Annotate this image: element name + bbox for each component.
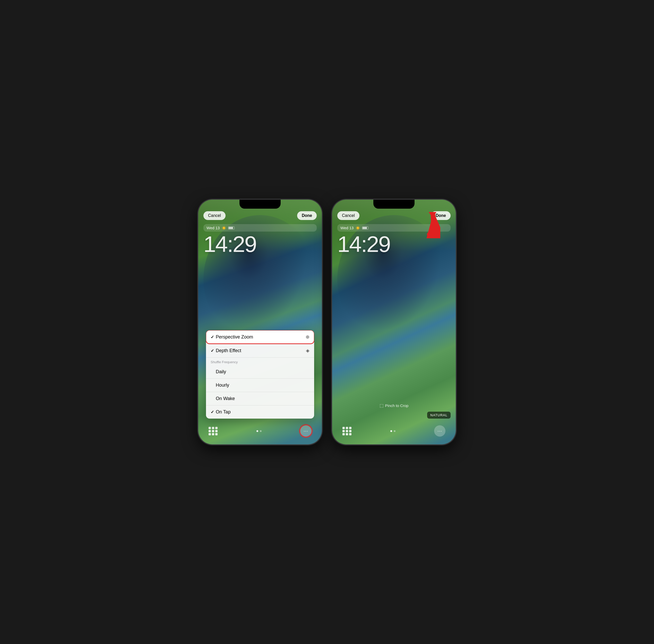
phone-2-screen: Cancel Done Wed 13 ☀️ 14:29 ⬚ Pinch to C… — [332, 200, 456, 444]
phone-1-screen: Cancel Done Wed 13 ☀️ 14:29 ✓ Perspect — [198, 200, 322, 444]
date-widget: Wed 13 ☀️ — [204, 224, 317, 232]
bottom-icons: ··· — [198, 425, 322, 437]
page-dot-3 — [390, 430, 392, 432]
phone-2: Cancel Done Wed 13 ☀️ 14:29 ⬚ Pinch to C… — [332, 200, 456, 444]
bottom-icons-2: ··· — [332, 425, 456, 437]
battery-bar-2 — [362, 226, 369, 230]
daily-menu-item[interactable]: Daily — [206, 365, 314, 379]
time-display: 14:29 — [204, 233, 317, 256]
lockscreen-content: Wed 13 ☀️ 14:29 — [204, 224, 317, 257]
hourly-menu-item[interactable]: Hourly — [206, 379, 314, 392]
battery-bar — [228, 226, 235, 230]
page-dot-1 — [256, 430, 258, 432]
check-icon: ✓ — [211, 335, 216, 340]
page-dot-4 — [394, 430, 396, 432]
perspective-zoom-menu-item[interactable]: ✓ Perspective Zoom ⊕ — [206, 330, 314, 344]
page-dots — [256, 430, 262, 432]
more-options-button-2[interactable]: ··· — [434, 425, 445, 437]
cancel-button-2[interactable]: Cancel — [337, 211, 359, 220]
natural-badge: NATURAL — [427, 412, 450, 419]
more-options-button[interactable]: ··· — [300, 425, 311, 437]
notch-2 — [373, 200, 415, 209]
on-wake-menu-item[interactable]: On Wake — [206, 392, 314, 406]
grid-icon-2[interactable] — [343, 427, 352, 435]
layers-icon: ◈ — [306, 348, 309, 353]
arrow-svg — [407, 207, 440, 238]
dots-icon-2: ··· — [438, 429, 442, 434]
move-icon: ⊕ — [306, 334, 309, 340]
done-button[interactable]: Done — [297, 211, 317, 220]
screenshot-container: Cancel Done Wed 13 ☀️ 14:29 ✓ Perspect — [198, 200, 456, 444]
check-icon-2: ✓ — [211, 348, 216, 353]
on-tap-menu-item[interactable]: ✓ On Tap — [206, 406, 314, 419]
on-tap-check: ✓ — [211, 410, 216, 414]
page-dot-2 — [260, 430, 262, 432]
weather-icon-2: ☀️ — [356, 226, 360, 230]
perspective-zoom-label: Perspective Zoom — [216, 335, 306, 340]
context-menu: ✓ Perspective Zoom ⊕ ✓ Depth Effect ◈ Sh… — [206, 330, 314, 419]
date-text: Wed 13 — [207, 226, 219, 230]
phone-1: Cancel Done Wed 13 ☀️ 14:29 ✓ Perspect — [198, 200, 322, 444]
grid-icon[interactable] — [209, 427, 218, 435]
battery-fill-2 — [363, 227, 367, 229]
page-dots-2 — [390, 430, 396, 432]
shuffle-frequency-section: Shuffle Frequency — [206, 358, 314, 365]
status-bar: Cancel Done — [204, 211, 317, 220]
cancel-button[interactable]: Cancel — [204, 211, 226, 220]
depth-effect-menu-item[interactable]: ✓ Depth Effect ◈ — [206, 344, 314, 358]
lockscreen-bottom: ··· — [198, 425, 322, 437]
notch — [239, 200, 281, 209]
pinch-to-crop-label: Pinch to Crop — [385, 404, 408, 408]
on-tap-label: On Tap — [216, 409, 309, 415]
on-wake-label: On Wake — [216, 396, 309, 401]
pinch-to-crop: ⬚ Pinch to Crop — [379, 403, 408, 408]
dots-icon: ··· — [304, 429, 308, 434]
crop-icon: ⬚ — [379, 403, 384, 408]
red-arrow — [407, 207, 440, 239]
lockscreen-bottom-2: ··· — [332, 425, 456, 437]
daily-label: Daily — [216, 369, 309, 374]
depth-effect-label: Depth Effect — [216, 348, 306, 353]
battery-fill — [229, 227, 233, 229]
date-text-2: Wed 13 — [341, 226, 353, 230]
hourly-label: Hourly — [216, 383, 309, 388]
weather-icon: ☀️ — [222, 226, 226, 230]
